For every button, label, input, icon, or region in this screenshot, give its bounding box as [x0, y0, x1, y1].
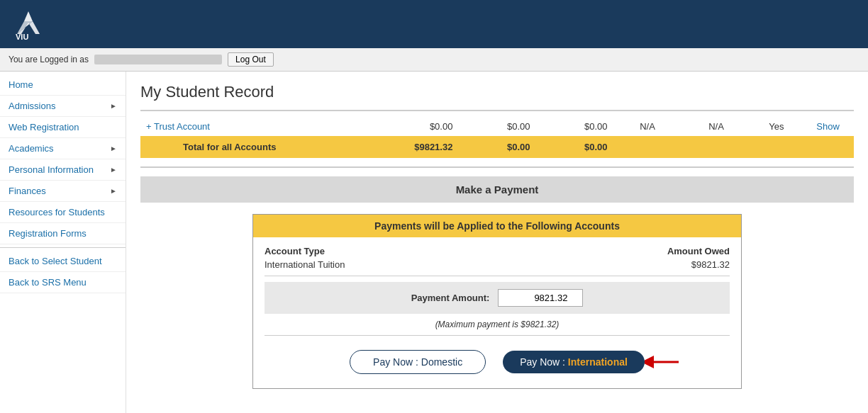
layout: Home Admissions ► Web Registration Acade…	[0, 72, 868, 413]
chevron-icon-finances: ►	[110, 187, 117, 195]
sidebar-divider	[0, 247, 126, 248]
trust-val-3: $0.00	[536, 117, 613, 136]
section-divider	[140, 166, 854, 168]
payment-box: Payments will be Applied to the Followin…	[252, 214, 742, 389]
chevron-icon-academics: ►	[110, 145, 117, 152]
accounts-table: + Trust Account $0.00 $0.00 $0.00 N/A N/…	[140, 117, 854, 158]
total-label: Total for all Accounts	[140, 136, 381, 158]
top-bar: You are Logged in as Log Out	[0, 48, 868, 72]
trust-account-row: + Trust Account $0.00 $0.00 $0.00 N/A N/…	[140, 117, 854, 136]
sidebar-item-admissions[interactable]: Admissions ►	[0, 96, 126, 117]
payment-amount-row: Payment Amount:	[265, 282, 730, 314]
chevron-icon-personal: ►	[110, 166, 117, 174]
international-button-wrapper: Pay Now : International	[503, 351, 645, 373]
trust-val-2: $0.00	[458, 117, 535, 136]
payment-box-header: Payments will be Applied to the Followin…	[253, 215, 741, 237]
sidebar-item-finances[interactable]: Finances ►	[0, 181, 126, 202]
payment-amount-label: Payment Amount:	[411, 293, 490, 303]
logo-area: VIU	[11, 7, 45, 41]
payment-buttons-row: Pay Now : Domestic Pay Now : Internation…	[265, 341, 730, 380]
amount-owed-col-header: Amount Owed	[667, 246, 730, 256]
total-val-1: $9821.32	[381, 136, 458, 158]
logout-button[interactable]: Log Out	[228, 52, 274, 67]
account-detail-row: International Tuition $9821.32	[265, 259, 730, 270]
username-display	[94, 55, 222, 64]
svg-text:VIU: VIU	[16, 33, 28, 41]
account-amount: $9821.32	[691, 259, 730, 270]
red-arrow-icon	[645, 352, 680, 372]
trust-val-1: $0.00	[381, 117, 458, 136]
sidebar-item-academics[interactable]: Academics ►	[0, 138, 126, 159]
payment-section-header: Make a Payment	[140, 176, 854, 203]
max-payment-text: (Maximum payment is $9821.32)	[265, 319, 730, 329]
trust-val-4: N/A	[613, 117, 682, 136]
sidebar-item-personal-information[interactable]: Personal Information ►	[0, 159, 126, 181]
header: VIU	[0, 0, 868, 48]
total-val-3: $0.00	[536, 136, 613, 158]
main-content: My Student Record + Trust Account $0.00 …	[126, 72, 868, 413]
logged-in-text: You are Logged in as	[9, 55, 89, 64]
sidebar-item-web-registration[interactable]: Web Registration	[0, 117, 126, 138]
sidebar-item-registration-forms[interactable]: Registration Forms	[0, 223, 126, 244]
account-type-header-row: Account Type Amount Owed	[265, 246, 730, 256]
account-name: International Tuition	[265, 259, 345, 270]
pay-now-international-button[interactable]: Pay Now : International	[503, 351, 645, 373]
payment-divider-1	[265, 276, 730, 276]
sidebar: Home Admissions ► Web Registration Acade…	[0, 72, 126, 413]
account-type-col-header: Account Type	[265, 246, 325, 256]
svg-marker-0	[24, 11, 33, 21]
international-label: International	[568, 356, 628, 368]
page-title: My Student Record	[140, 83, 854, 101]
sidebar-item-back-srs[interactable]: Back to SRS Menu	[0, 272, 126, 293]
payment-amount-input[interactable]	[498, 289, 583, 307]
total-row: Total for all Accounts $9821.32 $0.00 $0…	[140, 136, 854, 158]
viu-logo-icon: VIU	[11, 7, 45, 41]
chevron-icon: ►	[110, 102, 117, 110]
payment-divider-2	[265, 335, 730, 336]
trust-val-7[interactable]: Show	[802, 117, 854, 136]
payment-box-body: Account Type Amount Owed International T…	[253, 237, 741, 388]
trust-val-6: Yes	[751, 117, 803, 136]
pay-now-domestic-button[interactable]: Pay Now : Domestic	[350, 350, 486, 374]
sidebar-item-home[interactable]: Home	[0, 74, 126, 96]
trust-account-label[interactable]: + Trust Account	[140, 117, 381, 136]
total-val-2: $0.00	[458, 136, 535, 158]
sidebar-item-resources[interactable]: Resources for Students	[0, 202, 126, 223]
trust-val-5: N/A	[682, 117, 751, 136]
sidebar-item-back-select[interactable]: Back to Select Student	[0, 251, 126, 272]
